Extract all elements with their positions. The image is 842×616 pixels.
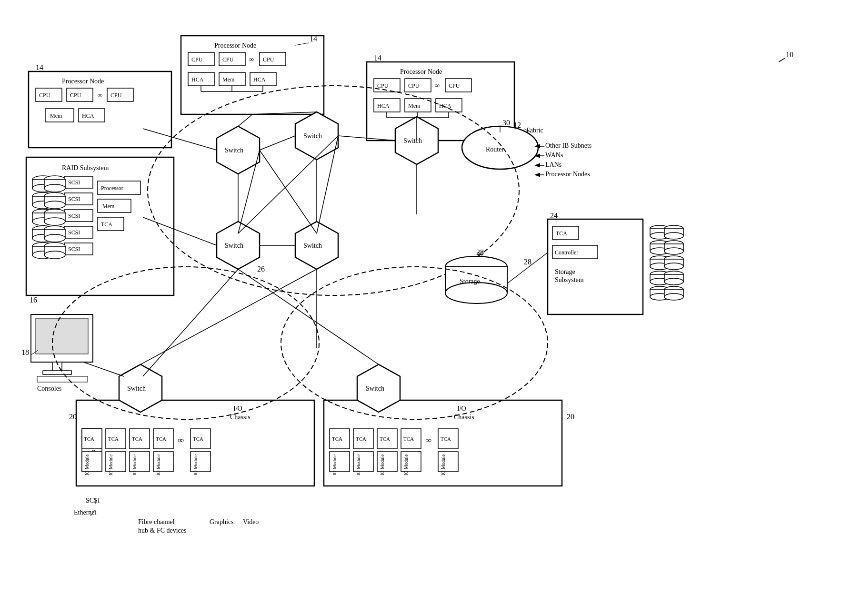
svg-text:18: 18 (21, 348, 29, 356)
svg-text:Switch: Switch (225, 147, 243, 154)
svg-text:Mem: Mem (408, 102, 421, 109)
svg-text:∞: ∞ (435, 82, 440, 89)
svg-text:SCSI: SCSI (86, 497, 100, 504)
svg-text:CPU: CPU (70, 92, 81, 99)
svg-text:IO Module: IO Module (403, 454, 409, 475)
svg-text:24: 24 (550, 212, 558, 220)
svg-text:hub & FC devices: hub & FC devices (138, 527, 187, 534)
svg-text:IO Module: IO Module (156, 454, 161, 475)
svg-point-91 (44, 234, 65, 242)
svg-point-156 (664, 248, 683, 254)
svg-text:14: 14 (374, 54, 381, 62)
svg-text:IO Module: IO Module (441, 454, 446, 475)
svg-text:26: 26 (257, 265, 265, 273)
svg-text:I/O: I/O (233, 405, 242, 412)
svg-text:Processor Node: Processor Node (62, 78, 104, 85)
svg-text:28: 28 (524, 258, 531, 266)
svg-text:20: 20 (69, 413, 77, 421)
svg-text:Fabric: Fabric (526, 127, 543, 134)
svg-text:∞: ∞ (178, 435, 184, 445)
svg-text:Graphics: Graphics (210, 518, 234, 525)
svg-text:30: 30 (502, 119, 510, 127)
svg-text:14: 14 (310, 35, 317, 43)
svg-text:TCA: TCA (380, 436, 390, 442)
svg-point-97 (44, 251, 65, 259)
svg-text:HCA: HCA (82, 112, 94, 119)
svg-text:14: 14 (36, 63, 43, 71)
svg-text:RAID Subsystem: RAID Subsystem (62, 164, 109, 172)
svg-text:TCA: TCA (193, 436, 203, 442)
svg-text:IO Module: IO Module (193, 454, 198, 475)
svg-text:SCSI: SCSI (68, 229, 80, 236)
svg-text:TCA: TCA (132, 436, 142, 442)
svg-text:Switch: Switch (127, 385, 146, 392)
svg-text:CPU: CPU (191, 56, 203, 63)
svg-point-85 (44, 218, 65, 225)
svg-rect-109 (37, 376, 88, 382)
svg-text:TCA: TCA (108, 436, 119, 442)
svg-text:HCA: HCA (191, 76, 204, 83)
svg-text:HCA: HCA (377, 102, 390, 109)
svg-point-162 (664, 263, 683, 270)
svg-text:Other IB Subnets: Other IB Subnets (545, 142, 591, 149)
svg-text:IO Module: IO Module (380, 454, 385, 475)
svg-text:IO Module: IO Module (108, 454, 113, 475)
svg-text:Video: Video (243, 518, 259, 525)
svg-text:TCA: TCA (356, 436, 366, 442)
svg-text:Processor Nodes: Processor Nodes (545, 171, 590, 178)
svg-text:Switch: Switch (303, 132, 322, 140)
svg-text:Switch: Switch (225, 242, 243, 249)
svg-text:∞: ∞ (425, 435, 431, 445)
svg-text:CPU: CPU (222, 56, 234, 63)
svg-text:Storage: Storage (555, 268, 575, 275)
svg-point-79 (44, 201, 65, 209)
svg-text:WANs: WANs (545, 151, 563, 159)
svg-text:Processor: Processor (101, 185, 123, 192)
svg-text:TCA: TCA (556, 230, 567, 237)
svg-text:Consoles: Consoles (37, 385, 61, 392)
svg-text:SCSI: SCSI (68, 212, 80, 219)
svg-text:TCA: TCA (84, 436, 94, 442)
svg-text:Mem: Mem (50, 112, 62, 119)
svg-text:TCA: TCA (441, 436, 451, 442)
svg-text:LANs: LANs (545, 161, 561, 168)
svg-text:CPU: CPU (449, 82, 460, 89)
svg-text:Router: Router (486, 146, 504, 153)
svg-point-73 (44, 184, 65, 192)
svg-text:HCA: HCA (253, 76, 266, 83)
svg-text:Subsystem: Subsystem (555, 276, 584, 283)
svg-text:I/O: I/O (457, 405, 466, 412)
svg-point-134 (445, 283, 507, 303)
svg-text:∞: ∞ (249, 56, 254, 63)
svg-text:TCA: TCA (403, 436, 414, 442)
svg-text:16: 16 (30, 296, 37, 304)
svg-text:Mem: Mem (222, 76, 235, 83)
svg-rect-106 (36, 318, 88, 354)
svg-point-174 (664, 293, 683, 300)
svg-text:IO Module: IO Module (332, 454, 337, 475)
svg-text:IO Module: IO Module (356, 454, 361, 475)
svg-text:SCSI: SCSI (68, 196, 80, 202)
svg-text:IO Module: IO Module (84, 454, 90, 475)
svg-text:Processor Node: Processor Node (214, 42, 256, 49)
svg-text:HCA: HCA (439, 102, 451, 109)
svg-text:CPU: CPU (39, 92, 50, 99)
svg-text:IO Module: IO Module (132, 454, 137, 475)
svg-text:CPU: CPU (110, 92, 122, 99)
svg-point-168 (664, 278, 683, 285)
svg-text:Switch: Switch (403, 137, 422, 144)
svg-text:CPU: CPU (408, 82, 420, 89)
svg-text:Switch: Switch (366, 385, 384, 392)
svg-text:SCSI: SCSI (68, 179, 80, 186)
svg-text:10: 10 (786, 50, 793, 59)
svg-text:TCA: TCA (156, 436, 166, 442)
svg-text:Fibre channel: Fibre channel (138, 518, 175, 525)
svg-point-150 (664, 232, 683, 239)
svg-text:Chassis: Chassis (230, 414, 251, 421)
svg-text:Switch: Switch (303, 242, 322, 249)
svg-rect-108 (43, 371, 71, 374)
svg-text:20: 20 (567, 413, 574, 421)
svg-text:Controller: Controller (555, 249, 578, 256)
svg-text:TCA: TCA (101, 221, 112, 228)
diagram-container: Processor Node CPU CPU ∞ CPU Mem HCA 14 … (0, 0, 842, 616)
